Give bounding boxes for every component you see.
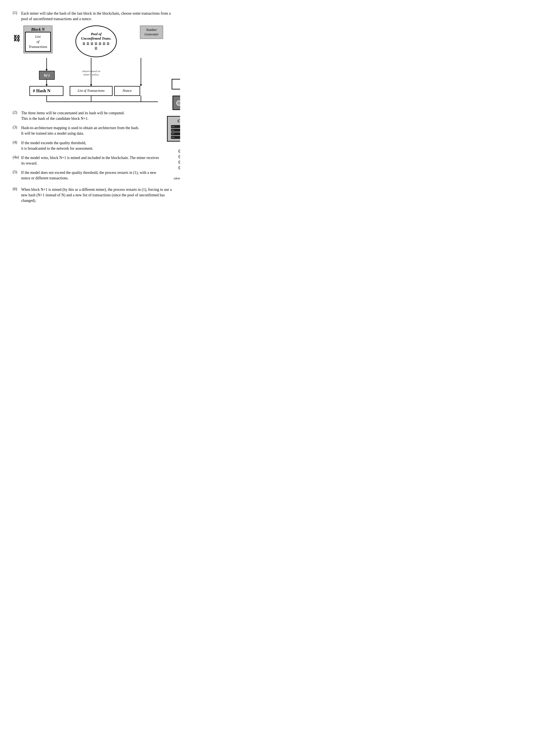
- pool-wrapper: Pool ofUnconfirmed Trans. 🗎 🗎 🗎 🗎 🗎 🗎 🗎: [75, 25, 117, 57]
- step2-num: (2): [13, 110, 21, 121]
- main-diagram: ⛓ Block N ListofTransactions: [13, 25, 174, 185]
- doc-icon-2: 🗎: [86, 42, 90, 46]
- gear-svg: ⚙: [175, 98, 180, 108]
- block-n-wrapper: ⛓ Block N ListofTransactions: [23, 25, 53, 53]
- svg-text:#  Hash N: # Hash N: [33, 88, 50, 93]
- chain-link-icon: ⛓: [13, 34, 23, 44]
- step5-row: (5) If the model does not exceed the qua…: [13, 170, 163, 181]
- svg-text:⛓: ⛓: [13, 34, 20, 42]
- svg-text:Nonce: Nonce: [122, 89, 132, 93]
- svg-text:miner's policy: miner's policy: [83, 73, 99, 76]
- svg-text:List of Transactions: List of Transactions: [77, 89, 105, 93]
- step2-text: The three items will be concatenated and…: [21, 110, 125, 121]
- srv-1-1: [171, 125, 180, 128]
- step1-row: (1) Each miner will take the hash of the…: [13, 11, 174, 22]
- doc-icon-3: 🗎: [90, 42, 94, 46]
- step4a-text: If the model wins, block N+1 is mined an…: [21, 155, 163, 166]
- block-n-outer-box: Block N ListofTransactions: [23, 25, 53, 53]
- pool-title-text: Pool ofUnconfirmed Trans.: [81, 32, 111, 41]
- block-n-content: ListofTransactions: [29, 34, 47, 49]
- step2-row: (2) The three items will be concatenated…: [13, 110, 163, 121]
- step4-text: If the model exceeds the quality thresho…: [21, 140, 93, 151]
- boxes-row-1: ⛓ Block N ListofTransactions: [13, 25, 163, 57]
- top-connectors-svg: h(·) # Hash N chosen based on miner's po…: [23, 57, 163, 108]
- svg-marker-10: [90, 84, 92, 86]
- step6-num: (6): [13, 187, 21, 203]
- step3-num: (3): [13, 125, 21, 136]
- step3-row: (3) Hash-to-architecture mapping is used…: [13, 125, 163, 136]
- step4-row: (4) If the model exceeds the quality thr…: [13, 140, 163, 151]
- steps-2-5-area: (2) The three items will be concatenated…: [13, 110, 163, 181]
- top-diagram-block: ⛓ Block N ListofTransactions: [13, 25, 163, 108]
- block-n-title-label: Block N: [25, 27, 51, 32]
- svg-marker-2: [46, 69, 48, 71]
- doc-icon-7: 🗎: [106, 42, 110, 46]
- step5-text: If the model does not exceed the quality…: [21, 170, 163, 181]
- svg-text:h(·): h(·): [44, 73, 50, 78]
- doc-icon-4: 🗎: [94, 42, 98, 46]
- doc-icon-8: 🗎: [94, 46, 98, 51]
- server-grid: [170, 125, 180, 139]
- doc-icon-5: 🗎: [98, 42, 102, 46]
- step1-text: Each miner will take the hash of the las…: [21, 11, 174, 22]
- step1-num: (1): [13, 11, 21, 22]
- doc-icon-6: 🗎: [102, 42, 106, 46]
- srv-1-3: [171, 132, 180, 135]
- step4-num: (4): [13, 140, 21, 151]
- svg-marker-16: [140, 84, 142, 86]
- main-layout: (1) Each miner will take the hash of the…: [6, 6, 180, 210]
- winner-model-svg: [177, 147, 180, 171]
- num-gen-label-box: NumberGenerator: [140, 25, 163, 39]
- gear-icon-box: ⚙: [173, 96, 180, 110]
- svg-point-51: [179, 155, 180, 158]
- step3-text: Hash-to-architecture mapping is used to …: [21, 125, 139, 136]
- step4a-row: (4a) If the model wins, block N+1 is min…: [13, 155, 163, 166]
- coinai-network-title: Coin.AI Network: [170, 119, 180, 123]
- srv-1-2: [171, 129, 180, 132]
- svg-text:chosen based on: chosen based on: [82, 70, 100, 73]
- block-n-inner-box: ListofTransactions: [25, 32, 51, 52]
- doc-icon-1: 🗎: [82, 42, 86, 46]
- svg-marker-6: [46, 84, 48, 86]
- step6-text: When block N+1 is mined (by this or a di…: [21, 187, 174, 203]
- svg-point-50: [179, 150, 180, 153]
- chain-svg: ⛓: [13, 34, 23, 42]
- winner-model-label: Winner Model(determined by the network): [174, 172, 180, 180]
- srv-1-4: [171, 136, 180, 139]
- svg-point-53: [179, 166, 180, 169]
- left-side: ⛓ Block N ListofTransactions: [13, 25, 163, 185]
- pool-oval: Pool ofUnconfirmed Trans. 🗎 🗎 🗎 🗎 🗎 🗎 🗎: [75, 25, 117, 57]
- arch-mapping-row: ⚙: [173, 95, 180, 111]
- step6-row: (6) When block N+1 is mined (by this or …: [13, 187, 174, 203]
- right-visual-col: h(·) # Hash N+1 ⚙: [163, 58, 180, 185]
- svg-text:⚙: ⚙: [176, 99, 180, 108]
- hash-np1-display: # Hash N+1: [172, 79, 180, 90]
- step5-num: (5): [13, 170, 21, 181]
- coinai-network-box: Coin.AI Network: [167, 116, 180, 142]
- pool-docs-area: 🗎 🗎 🗎 🗎 🗎 🗎 🗎 🗎: [81, 42, 111, 51]
- svg-point-52: [179, 161, 180, 164]
- srv-col-1: [171, 125, 180, 139]
- step4a-num: (4a): [13, 155, 21, 166]
